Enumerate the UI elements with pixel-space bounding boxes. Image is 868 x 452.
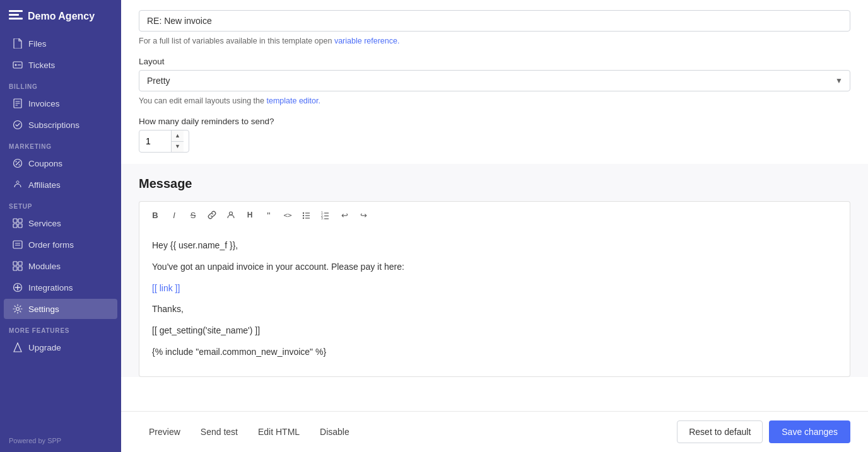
reset-to-default-button[interactable]: Reset to default <box>677 420 763 443</box>
sidebar-item-modules[interactable]: Modules <box>4 256 117 276</box>
spinner-down-button[interactable]: ▼ <box>172 142 184 153</box>
sidebar-item-label: Upgrade <box>28 343 61 352</box>
logo-icon <box>9 10 23 23</box>
sidebar: Demo Agency Files Tickets BILLING Invoic… <box>0 0 121 452</box>
reminders-label: How many daily reminders to send? <box>139 117 850 126</box>
ordered-list-button[interactable]: 1.2.3. <box>317 207 334 223</box>
sidebar-item-label: Order forms <box>28 240 74 250</box>
message-section: Message B I S H " <> 1.2.3. <box>121 164 868 377</box>
subscriptions-icon <box>13 120 23 130</box>
editor-toolbar: B I S H " <> 1.2.3. ↩ ↪ <box>139 201 850 228</box>
integrations-icon <box>13 282 23 293</box>
variable-hint: For a full list of variables available i… <box>139 37 850 45</box>
layout-hint: You can edit email layouts using the tem… <box>139 96 850 105</box>
svg-point-34 <box>303 217 304 219</box>
services-icon <box>13 218 23 228</box>
editor-link[interactable]: [[ link ]] <box>152 283 180 293</box>
number-spinners: ▲ ▼ <box>171 130 184 152</box>
app-name: Demo Agency <box>28 11 95 22</box>
bold-button[interactable]: B <box>147 207 163 223</box>
svg-rect-19 <box>13 241 22 248</box>
invoice-icon <box>13 98 23 108</box>
send-test-tab[interactable]: Send test <box>191 422 248 442</box>
sidebar-item-label: Tickets <box>28 61 55 70</box>
disable-tab[interactable]: Disable <box>310 422 360 442</box>
svg-rect-1 <box>9 14 19 16</box>
svg-point-4 <box>15 64 17 66</box>
bottom-tabs: Preview Send test Edit HTML Disable <box>139 422 360 442</box>
content-area: For a full list of variables available i… <box>121 0 868 411</box>
sidebar-item-label: Services <box>28 219 61 228</box>
sidebar-item-upgrade[interactable]: Upgrade <box>4 337 117 357</box>
affiliates-icon <box>13 180 23 190</box>
redo-button[interactable]: ↪ <box>355 207 372 223</box>
main-content: For a full list of variables available i… <box>121 0 868 452</box>
editor-line-2: You've got an unpaid invoice in your acc… <box>152 260 837 275</box>
italic-button[interactable]: I <box>166 207 182 223</box>
sidebar-item-label: Affiliates <box>28 180 61 190</box>
section-billing: BILLING <box>0 76 121 93</box>
sidebar-item-order-forms[interactable]: Order forms <box>4 235 117 255</box>
section-setup: SETUP <box>0 195 121 212</box>
reminders-field-group: How many daily reminders to send? ▲ ▼ <box>139 117 850 153</box>
svg-point-14 <box>19 165 20 166</box>
template-editor-link[interactable]: template editor. <box>266 96 320 105</box>
sidebar-item-tickets[interactable]: Tickets <box>4 55 117 75</box>
editor-line-1: Hey {{ user.name_f }}, <box>152 238 837 253</box>
variable-reference-link[interactable]: variable reference. <box>334 37 400 45</box>
svg-rect-18 <box>18 224 22 228</box>
order-forms-icon <box>13 240 23 250</box>
bottom-actions: Reset to default Save changes <box>677 420 850 443</box>
editor-line-3: Thanks, <box>152 302 837 317</box>
svg-rect-17 <box>13 224 17 228</box>
settings-icon <box>13 304 23 314</box>
reminders-input[interactable] <box>139 132 171 150</box>
upgrade-icon <box>13 342 23 352</box>
sidebar-item-label: Invoices <box>28 99 60 108</box>
undo-button[interactable]: ↩ <box>336 207 353 223</box>
editor-body[interactable]: Hey {{ user.name_f }}, You've got an unp… <box>139 228 850 377</box>
strikethrough-button[interactable]: S <box>185 207 201 223</box>
layout-select-wrapper: Pretty Plain None ▼ <box>139 70 850 91</box>
preview-tab[interactable]: Preview <box>139 422 191 442</box>
layout-select[interactable]: Pretty Plain None <box>139 70 850 91</box>
code-button[interactable]: <> <box>279 207 296 223</box>
sidebar-item-label: Coupons <box>28 159 62 168</box>
sidebar-item-settings[interactable]: Settings <box>4 299 117 319</box>
svg-rect-16 <box>18 219 22 223</box>
quote-button[interactable]: " <box>261 207 277 223</box>
edit-html-tab[interactable]: Edit HTML <box>248 422 310 442</box>
sidebar-item-subscriptions[interactable]: Subscriptions <box>4 115 117 135</box>
sidebar-item-label: Files <box>28 39 47 49</box>
editor-line-5: {% include "email.common_new_invoice" %} <box>152 345 837 360</box>
layout-field-group: Layout Pretty Plain None ▼ You can edit … <box>139 57 850 105</box>
svg-rect-2 <box>9 18 23 20</box>
sidebar-item-label: Modules <box>28 262 61 271</box>
person-button[interactable] <box>223 207 239 223</box>
ticket-icon <box>13 60 23 70</box>
svg-rect-22 <box>13 262 17 265</box>
sidebar-item-invoices[interactable]: Invoices <box>4 93 117 113</box>
heading-button[interactable]: H <box>242 207 258 223</box>
sidebar-item-affiliates[interactable]: Affiliates <box>4 175 117 195</box>
bullet-list-button[interactable] <box>298 207 315 223</box>
svg-rect-25 <box>18 267 22 270</box>
bottom-bar: Preview Send test Edit HTML Disable Rese… <box>121 411 868 452</box>
sidebar-item-label: Settings <box>28 304 59 314</box>
sidebar-item-coupons[interactable]: Coupons <box>4 153 117 173</box>
section-more-features: MORE FEATURES <box>0 320 121 337</box>
svg-point-10 <box>14 121 22 129</box>
subject-input[interactable] <box>139 10 850 32</box>
sidebar-item-integrations[interactable]: Integrations <box>4 277 117 298</box>
layout-label: Layout <box>139 57 850 66</box>
link-button[interactable] <box>204 207 220 223</box>
subject-field-group: For a full list of variables available i… <box>139 10 850 45</box>
spinner-up-button[interactable]: ▲ <box>172 130 184 141</box>
coupons-icon <box>13 158 23 168</box>
svg-point-13 <box>16 161 17 163</box>
svg-marker-28 <box>14 343 21 352</box>
save-changes-button[interactable]: Save changes <box>769 420 850 443</box>
sidebar-item-services[interactable]: Services <box>4 213 117 233</box>
sidebar-item-files[interactable]: Files <box>4 33 117 54</box>
file-icon <box>13 38 23 49</box>
